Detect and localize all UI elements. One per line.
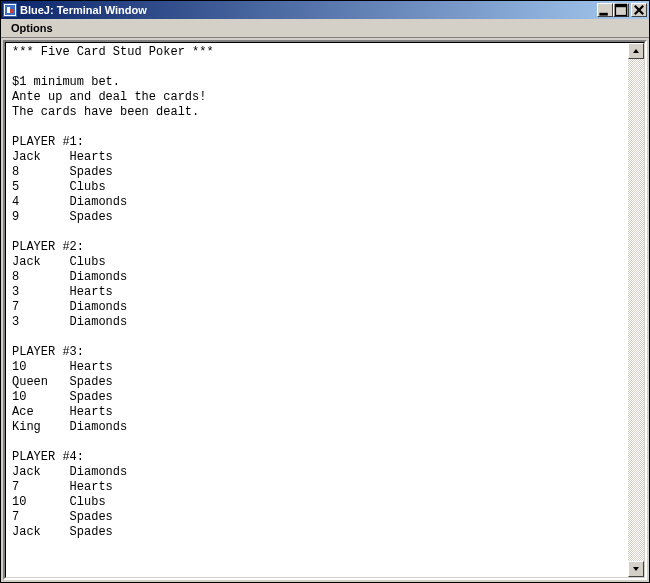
content-area: *** Five Card Stud Poker *** $1 minimum … — [1, 38, 649, 582]
maximize-icon — [614, 3, 628, 17]
scroll-up-button[interactable] — [628, 43, 644, 59]
bluej-app-icon — [3, 3, 17, 17]
svg-marker-7 — [633, 567, 639, 571]
svg-rect-5 — [615, 4, 626, 7]
scroll-track[interactable] — [628, 59, 644, 561]
scroll-down-button[interactable] — [628, 561, 644, 577]
minimize-icon — [598, 3, 612, 17]
terminal-frame: *** Five Card Stud Poker *** $1 minimum … — [3, 40, 647, 580]
menubar: Options — [1, 19, 649, 38]
minimize-button[interactable] — [597, 3, 613, 17]
close-icon — [632, 3, 646, 17]
svg-marker-6 — [633, 49, 639, 53]
svg-rect-2 — [10, 9, 13, 13]
arrow-up-icon — [632, 47, 640, 55]
vertical-scrollbar[interactable] — [628, 43, 644, 577]
terminal-output: *** Five Card Stud Poker *** $1 minimum … — [6, 43, 628, 542]
terminal-body[interactable]: *** Five Card Stud Poker *** $1 minimum … — [6, 43, 628, 577]
maximize-button[interactable] — [613, 3, 629, 17]
window-controls — [597, 3, 647, 17]
svg-rect-3 — [599, 13, 607, 16]
window-title: BlueJ: Terminal Window — [20, 4, 597, 16]
titlebar: BlueJ: Terminal Window — [1, 1, 649, 19]
terminal-inner: *** Five Card Stud Poker *** $1 minimum … — [5, 42, 645, 578]
terminal-window: BlueJ: Terminal Window Options *** Five … — [0, 0, 650, 583]
arrow-down-icon — [632, 565, 640, 573]
svg-rect-1 — [7, 7, 10, 13]
menu-options[interactable]: Options — [5, 21, 59, 35]
close-button[interactable] — [631, 3, 647, 17]
